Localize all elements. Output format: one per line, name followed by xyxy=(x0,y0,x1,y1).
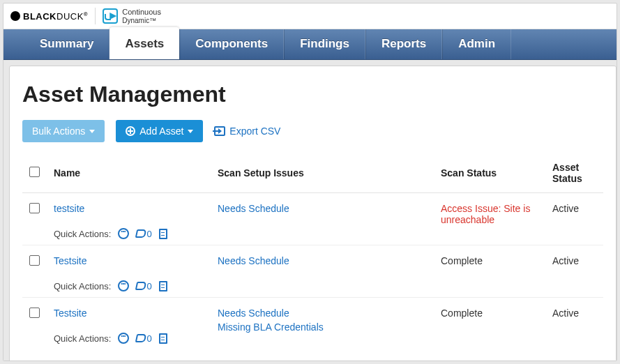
asset-status: Active xyxy=(552,203,579,214)
duck-icon xyxy=(10,11,20,21)
quick-actions: Quick Actions:0 xyxy=(54,228,204,239)
tab-assets[interactable]: Assets xyxy=(109,27,179,59)
row-checkbox[interactable] xyxy=(29,203,40,213)
asset-status: Active xyxy=(552,308,579,319)
tab-admin[interactable]: Admin xyxy=(442,29,511,59)
notes-icon[interactable] xyxy=(159,333,167,344)
table-row: testsiteQuick Actions:0Needs ScheduleAcc… xyxy=(22,193,603,245)
add-label: Add Asset xyxy=(139,126,183,137)
table-row: TestsiteQuick Actions:0Needs ScheduleMis… xyxy=(22,298,603,350)
tags-icon[interactable]: 0 xyxy=(136,333,151,344)
brand-black: BLACK xyxy=(23,11,56,22)
cd-line2: Dynamic™ xyxy=(122,17,161,24)
asset-link[interactable]: Testsite xyxy=(54,308,86,319)
quick-actions: Quick Actions:0 xyxy=(54,280,204,291)
scan-status: Complete xyxy=(441,255,483,266)
divider xyxy=(95,8,96,24)
content-panel: Asset Management Bulk Actions Add Asset … xyxy=(9,66,617,361)
export-icon xyxy=(214,126,225,136)
more-actions-icon[interactable] xyxy=(118,228,129,239)
tags-icon[interactable]: 0 xyxy=(136,229,151,239)
quick-actions-label: Quick Actions: xyxy=(54,281,111,291)
col-asset-status[interactable]: Asset Status xyxy=(545,155,603,193)
plus-circle-icon xyxy=(126,126,135,136)
scan-status: Complete xyxy=(441,308,483,319)
assets-table: Name Scan Setup Issues Scan Status Asset… xyxy=(22,155,603,349)
bulk-actions-button[interactable]: Bulk Actions xyxy=(22,120,105,142)
caret-icon xyxy=(89,130,95,133)
table-row: TestsiteQuick Actions:0Needs ScheduleCom… xyxy=(22,245,603,298)
quick-actions: Quick Actions:0 xyxy=(54,333,204,344)
col-scan-status[interactable]: Scan Status xyxy=(434,155,545,193)
cd-line1: Continuous xyxy=(122,8,161,16)
more-actions-icon[interactable] xyxy=(118,333,129,344)
asset-status: Active xyxy=(552,255,579,266)
tab-components[interactable]: Components xyxy=(179,29,284,59)
caret-icon xyxy=(188,130,193,133)
tab-summary[interactable]: Summary xyxy=(24,29,109,59)
toolbar: Bulk Actions Add Asset Export CSV xyxy=(22,120,603,142)
brand-reg: ® xyxy=(84,11,88,17)
select-all-checkbox[interactable] xyxy=(29,167,40,177)
notes-icon[interactable] xyxy=(159,281,167,291)
scan-status: Access Issue: Site is unreachable xyxy=(441,203,530,225)
row-checkbox[interactable] xyxy=(29,308,40,318)
tab-findings[interactable]: Findings xyxy=(284,29,365,59)
page-title: Asset Management xyxy=(22,82,603,107)
tab-reports[interactable]: Reports xyxy=(365,29,442,59)
main-nav: Summary Assets Components Findings Repor… xyxy=(3,29,617,60)
add-asset-button[interactable]: Add Asset xyxy=(116,120,203,142)
scan-issue-link[interactable]: Needs Schedule xyxy=(218,203,427,214)
more-actions-icon[interactable] xyxy=(118,280,129,291)
bulk-label: Bulk Actions xyxy=(32,126,85,137)
cd-icon xyxy=(103,8,118,24)
scan-issue-link[interactable]: Needs Schedule xyxy=(218,308,427,319)
tags-icon[interactable]: 0 xyxy=(136,281,151,291)
continuous-dynamic-logo: Continuous Dynamic™ xyxy=(103,8,161,24)
notes-icon[interactable] xyxy=(159,229,167,239)
asset-link[interactable]: Testsite xyxy=(54,255,86,266)
quick-actions-label: Quick Actions: xyxy=(54,229,111,239)
scan-issue-link[interactable]: Needs Schedule xyxy=(218,255,427,266)
asset-link[interactable]: testsite xyxy=(54,203,84,214)
scan-issue-link[interactable]: Missing BLA Credentials xyxy=(218,321,427,333)
col-issues[interactable]: Scan Setup Issues xyxy=(211,155,434,193)
col-name[interactable]: Name xyxy=(47,155,211,193)
brand-duck: DUCK xyxy=(56,11,84,22)
quick-actions-label: Quick Actions: xyxy=(54,333,111,344)
export-csv-link[interactable]: Export CSV xyxy=(214,126,280,137)
top-bar: BLACKDUCK® Continuous Dynamic™ xyxy=(3,3,617,29)
row-checkbox[interactable] xyxy=(29,255,40,266)
export-label: Export CSV xyxy=(229,126,280,137)
blackduck-logo: BLACKDUCK® xyxy=(10,11,88,22)
